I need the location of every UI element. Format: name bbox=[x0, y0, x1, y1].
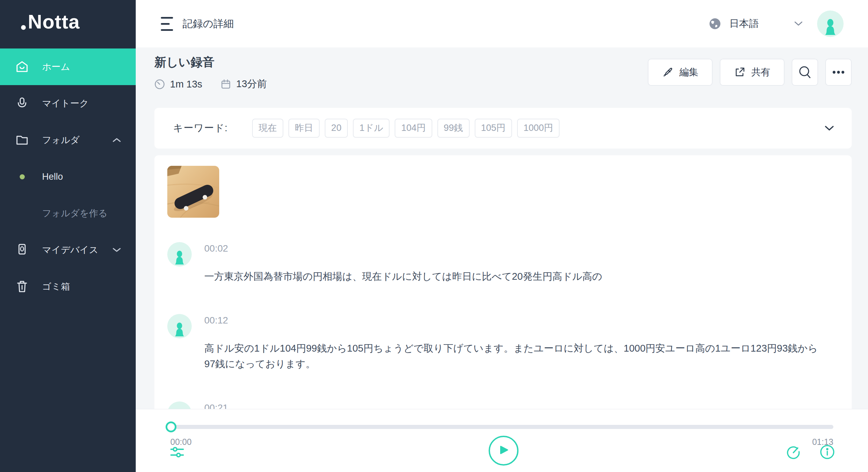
sidebar-nav: ホーム マイトーク フォルダ bbox=[0, 48, 136, 305]
entry-body: 00:12 高ドル安の1ドル104円99銭から105円ちょうどで取り下げています… bbox=[204, 314, 825, 372]
edit-button[interactable]: 編集 bbox=[648, 59, 713, 86]
share-icon bbox=[734, 66, 746, 78]
sidebar: Notta ホーム マイトーク bbox=[0, 0, 136, 472]
ellipsis-icon bbox=[832, 70, 845, 74]
keyword-chip[interactable]: 20 bbox=[325, 119, 348, 138]
seek-track[interactable] bbox=[171, 425, 833, 429]
duration-group: 1m 13s bbox=[154, 79, 202, 90]
chevron-up-icon[interactable] bbox=[113, 138, 121, 142]
playback-speed-icon[interactable] bbox=[786, 445, 801, 459]
main-content: 新しい録音 1m 13s 13分前 bbox=[136, 47, 868, 472]
entry-text: 一方東京外国為替市場の円相場は、現在ドルに対しては昨日に比べて20発生円高ドル高… bbox=[204, 269, 825, 284]
chevron-down-icon[interactable] bbox=[825, 125, 834, 131]
sidebar-item-label: マイデバイス bbox=[42, 244, 113, 256]
created-group: 13分前 bbox=[221, 77, 267, 91]
calendar-icon bbox=[221, 79, 231, 90]
sidebar-item-folder[interactable]: フォルダ bbox=[0, 122, 136, 158]
keyword-chip[interactable]: 1ドル bbox=[353, 119, 390, 138]
search-icon bbox=[798, 65, 812, 79]
spacer bbox=[16, 207, 29, 220]
device-icon bbox=[16, 243, 29, 256]
sidebar-item-folder-hello[interactable]: Hello bbox=[0, 158, 136, 195]
entry-timestamp: 00:02 bbox=[204, 242, 825, 255]
transcript-entry[interactable]: 00:12 高ドル安の1ドル104円99銭から105円ちょうどで取り下げています… bbox=[167, 314, 825, 372]
header-right: 日本語 bbox=[708, 11, 868, 37]
keyword-chip[interactable]: 104円 bbox=[395, 119, 432, 138]
record-title: 新しい録音 bbox=[154, 54, 214, 70]
info-icon[interactable] bbox=[820, 445, 835, 459]
globe-icon bbox=[708, 17, 722, 31]
duration-value: 1m 13s bbox=[170, 79, 202, 90]
sidebar-item-mytalk[interactable]: マイトーク bbox=[0, 85, 136, 122]
created-value: 13分前 bbox=[236, 77, 267, 91]
sidebar-item-home[interactable]: ホーム bbox=[0, 48, 136, 85]
record-meta: 1m 13s 13分前 bbox=[154, 77, 267, 91]
keyword-chip[interactable]: 105円 bbox=[475, 119, 512, 138]
sidebar-item-label: フォルダ bbox=[42, 134, 113, 146]
play-button[interactable] bbox=[489, 436, 518, 466]
entry-text: 高ドル安の1ドル104円99銭から105円ちょうどで取り下げています。またユーロ… bbox=[204, 340, 825, 372]
attachment-thumbnail[interactable] bbox=[167, 166, 219, 218]
keyword-chip[interactable]: 1000円 bbox=[517, 119, 560, 138]
playback-settings-icon[interactable] bbox=[170, 447, 184, 458]
sidebar-item-trash[interactable]: ゴミ箱 bbox=[0, 268, 136, 305]
top-header: 記録の詳細 日本語 bbox=[136, 0, 868, 47]
create-folder-button[interactable]: フォルダを作る bbox=[0, 195, 136, 232]
language-selector[interactable]: 日本語 bbox=[729, 17, 759, 31]
share-button[interactable]: 共有 bbox=[720, 59, 785, 86]
keyword-chips: 現在 昨日 20 1ドル 104円 99銭 105円 1000円 bbox=[252, 119, 560, 138]
folder-dot-icon bbox=[16, 170, 29, 183]
pen-icon bbox=[662, 66, 674, 78]
sidebar-item-label: ホーム bbox=[42, 61, 121, 73]
entry-timestamp: 00:12 bbox=[204, 314, 825, 327]
page-title: 記録の詳細 bbox=[183, 17, 234, 31]
sidebar-item-label: ゴミ箱 bbox=[42, 280, 121, 293]
share-label: 共有 bbox=[751, 66, 770, 79]
trash-icon bbox=[16, 280, 29, 293]
more-button[interactable] bbox=[825, 59, 852, 86]
record-actions: 編集 共有 bbox=[648, 59, 852, 86]
speaker-avatar bbox=[167, 242, 192, 267]
clock-icon bbox=[154, 79, 165, 90]
keywords-label: キーワード: bbox=[173, 121, 228, 135]
collapse-menu-icon[interactable] bbox=[161, 17, 173, 31]
sidebar-item-devices[interactable]: マイデバイス bbox=[0, 232, 136, 268]
sidebar-item-label: マイトーク bbox=[42, 97, 121, 110]
chevron-down-icon[interactable] bbox=[794, 21, 803, 26]
speaker-avatar bbox=[167, 314, 192, 338]
elapsed-time: 00:00 bbox=[170, 437, 192, 447]
sidebar-item-label: Hello bbox=[42, 172, 121, 182]
folder-icon bbox=[16, 134, 29, 146]
play-icon bbox=[498, 445, 509, 457]
keyword-chip[interactable]: 昨日 bbox=[288, 119, 320, 138]
seek-knob[interactable] bbox=[166, 421, 176, 432]
notta-logo[interactable]: Notta bbox=[19, 10, 136, 33]
microphone-icon bbox=[16, 97, 29, 110]
edit-label: 編集 bbox=[679, 66, 698, 79]
home-icon bbox=[16, 60, 29, 73]
sidebar-item-label: フォルダを作る bbox=[42, 207, 121, 219]
transcript-entry[interactable]: 00:02 一方東京外国為替市場の円相場は、現在ドルに対しては昨日に比べて20発… bbox=[167, 242, 825, 284]
audio-player: 00:00 01:13 bbox=[136, 409, 868, 472]
keyword-chip[interactable]: 99銭 bbox=[437, 119, 470, 138]
search-button[interactable] bbox=[792, 59, 818, 86]
keyword-chip[interactable]: 現在 bbox=[252, 119, 283, 138]
entry-body: 00:02 一方東京外国為替市場の円相場は、現在ドルに対しては昨日に比べて20発… bbox=[204, 242, 825, 284]
user-avatar[interactable] bbox=[817, 11, 844, 37]
keywords-bar: キーワード: 現在 昨日 20 1ドル 104円 99銭 105円 1000円 bbox=[154, 108, 852, 149]
chevron-down-icon[interactable] bbox=[113, 248, 121, 252]
